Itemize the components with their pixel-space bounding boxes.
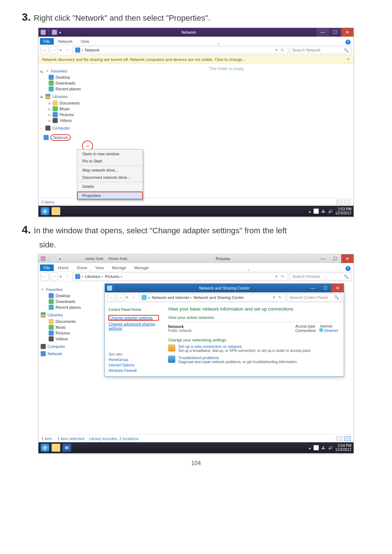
sidebar-item-pictures[interactable]: Pictures <box>41 330 98 336</box>
tab-view[interactable]: View <box>77 38 93 45</box>
sidebar-item-music[interactable]: ▹Music <box>41 106 98 112</box>
setup-connection-row[interactable]: Set up a new connection or network Set u… <box>168 344 338 353</box>
taskbar-explorer-icon[interactable] <box>52 207 60 215</box>
sidebar-favorites[interactable]: ★ Favorites <box>41 287 98 292</box>
ctx-disconnect-drive[interactable]: Disconnect network drive... <box>77 174 143 181</box>
forward-button[interactable]: → <box>50 272 58 280</box>
close-button[interactable]: ✕ <box>341 254 354 263</box>
taskbar-ie-icon[interactable]: e <box>41 207 49 215</box>
crumb-pictures[interactable]: Pictures <box>105 274 119 279</box>
sidebar-computer[interactable]: Computer <box>41 344 98 349</box>
minimize-button[interactable]: — <box>317 28 329 37</box>
homegroup-link[interactable]: HomeGroup <box>109 358 159 362</box>
back-button[interactable]: ← <box>107 294 115 301</box>
sidebar-item-downloads[interactable]: Downloads <box>41 80 98 86</box>
tab-home[interactable]: Home <box>54 264 72 271</box>
tab-manage-lib[interactable]: Manage <box>108 264 130 271</box>
sidebar-item-pictures[interactable]: ▹Pictures <box>41 112 98 118</box>
collapse-icon[interactable]: ◣ <box>41 69 44 73</box>
crumb-libraries[interactable]: Libraries <box>85 274 100 279</box>
windows-firewall-link[interactable]: Windows Firewall <box>109 369 159 373</box>
sidebar-libraries[interactable]: Libraries <box>41 312 98 317</box>
ctx-delete[interactable]: Delete <box>77 183 143 190</box>
taskbar-explorer-icon[interactable] <box>52 444 60 452</box>
back-button[interactable]: ← <box>41 272 49 280</box>
sidebar-item-desktop[interactable]: Desktop <box>41 293 98 299</box>
qa-dropdown[interactable]: ▾ <box>59 257 61 261</box>
search-input[interactable]: Search Control Panel 🔍 <box>287 294 342 301</box>
forward-button[interactable]: → <box>117 294 124 301</box>
minimize-button[interactable]: — <box>307 284 319 292</box>
minimize-button[interactable]: — <box>317 254 329 263</box>
tray-network-icon[interactable]: 🖧 <box>322 446 325 450</box>
ctx-properties[interactable]: Properties <box>77 192 143 199</box>
refresh-button[interactable]: ↻ <box>279 48 286 53</box>
tab-view[interactable]: View <box>91 264 107 271</box>
view-large-button[interactable] <box>344 436 351 441</box>
tab-file[interactable]: File <box>40 38 54 45</box>
sidebar-item-desktop[interactable]: Desktop <box>41 74 98 80</box>
tray-chevron-icon[interactable]: ▴ <box>309 209 311 213</box>
ribbon-expand-icon[interactable]: ⌄ <box>217 41 220 45</box>
info-bar-close-icon[interactable]: ✕ <box>347 57 350 62</box>
maximize-button[interactable]: ☐ <box>319 284 331 292</box>
close-button[interactable]: ✕ <box>331 284 344 292</box>
ctx-map-drive[interactable]: Map network drive... <box>77 167 143 174</box>
tray-chevron-icon[interactable]: ▴ <box>309 446 311 450</box>
tab-manage-pic[interactable]: Manage <box>131 264 152 271</box>
tray-flag-icon[interactable] <box>314 209 319 214</box>
expand-icon[interactable]: ▹ <box>49 118 51 123</box>
tray-network-icon[interactable]: 🖧 <box>322 209 325 213</box>
ctx-open-new-window[interactable]: Open in new window <box>77 150 143 157</box>
internet-options-link[interactable]: Internet Options <box>109 363 159 367</box>
sidebar-network[interactable]: Network <box>41 351 98 356</box>
expand-icon[interactable]: ▹ <box>49 112 51 117</box>
sidebar-computer[interactable]: ▹ Computer <box>41 126 98 131</box>
view-details-button[interactable] <box>336 200 343 205</box>
back-button[interactable]: ← <box>41 46 49 54</box>
tray-flag-icon[interactable] <box>314 445 319 450</box>
troubleshoot-row[interactable]: Troubleshoot problems Diagnose and repai… <box>168 356 338 364</box>
view-details-button[interactable] <box>336 436 343 441</box>
sidebar-network-selected[interactable]: Network <box>41 134 98 141</box>
help-icon[interactable]: ? <box>346 40 351 45</box>
sidebar-item-documents[interactable]: Documents <box>41 319 98 324</box>
search-input[interactable]: Search Network 🔍 <box>290 46 351 54</box>
history-dropdown-icon[interactable]: ▾ <box>60 48 62 53</box>
change-advanced-sharing-link[interactable]: Change advanced sharing settings <box>109 322 159 331</box>
tray-volume-icon[interactable]: 🔊 <box>328 209 332 213</box>
sidebar-item-documents[interactable]: ▹Documents <box>41 100 98 106</box>
tab-network[interactable]: Network <box>54 38 76 45</box>
sidebar-item-recent[interactable]: Recent places <box>41 304 98 310</box>
maximize-button[interactable]: ☐ <box>329 254 341 263</box>
sidebar-item-videos[interactable]: ▹Videos <box>41 118 98 123</box>
crumb-network[interactable]: Network <box>85 48 99 52</box>
history-dropdown-icon[interactable]: ▾ <box>126 295 128 300</box>
breadcrumb-path[interactable]: ▸ Libraries ▸ Pictures ▸ ▾ ↻ <box>73 272 288 280</box>
subwindow-breadcrumb[interactable]: « Network and Internet ▸ Network and Sha… <box>139 294 286 301</box>
view-large-button[interactable] <box>344 200 351 205</box>
breadcrumb-path[interactable]: ▸ Network ▾ ↻ <box>73 46 288 54</box>
sidebar-item-music[interactable]: Music <box>41 324 98 330</box>
expand-icon[interactable]: ▹ <box>49 101 51 106</box>
crumb-net-internet[interactable]: Network and Internet <box>152 295 189 300</box>
info-bar[interactable]: Network discovery and file sharing are t… <box>38 56 354 63</box>
sidebar-item-downloads[interactable]: Downloads <box>41 299 98 304</box>
expand-icon[interactable]: ▹ <box>49 107 51 111</box>
tab-share[interactable]: Share <box>73 264 91 271</box>
tray-clock[interactable]: 2:53 PM 12/3/2012 <box>335 207 352 215</box>
close-button[interactable]: ✕ <box>341 28 354 37</box>
ctx-pin-to-start[interactable]: Pin to Start <box>77 157 143 165</box>
change-adapter-settings-link[interactable]: Change adapter settings <box>109 315 159 320</box>
sidebar-libraries[interactable]: ◣ Libraries <box>41 94 98 99</box>
ribbon-expand-icon[interactable]: ⌄ <box>247 267 250 271</box>
refresh-button[interactable]: ↻ <box>279 274 286 279</box>
sidebar-favorites[interactable]: ◣ ★ Favorites <box>41 69 98 73</box>
history-dropdown-icon[interactable]: ▾ <box>60 274 62 279</box>
taskbar-ie-icon[interactable]: e <box>41 444 49 452</box>
maximize-button[interactable]: ☐ <box>329 28 341 37</box>
refresh-button[interactable]: ↻ <box>277 295 283 300</box>
connections-value-link[interactable]: Ethernet <box>324 329 338 333</box>
control-panel-home-link[interactable]: Control Panel Home <box>109 308 159 312</box>
help-icon[interactable]: ? <box>346 266 351 271</box>
